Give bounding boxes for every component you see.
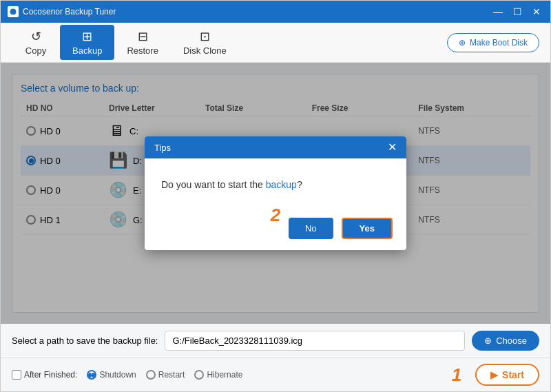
app-icon — [8, 6, 19, 17]
disk-clone-label: Disk Clone — [183, 45, 227, 56]
tips-dialog: Tips ✕ Do you want to start the backup? … — [145, 136, 406, 250]
path-row: Select a path to save the backup file: ⊕… — [1, 324, 550, 358]
disk-clone-nav-item[interactable]: ⊡ Disk Clone — [171, 25, 239, 60]
start-button[interactable]: ▶ Start — [475, 364, 539, 386]
window-title: Cocosenor Backup Tuner — [23, 7, 491, 17]
hibernate-label: Hibernate — [207, 370, 242, 380]
backup-nav-item[interactable]: ⊞ Backup — [60, 25, 114, 60]
main-window: Cocosenor Backup Tuner — ☐ ✕ ↺ Copy ⊞ Ba… — [0, 0, 551, 392]
path-input[interactable] — [165, 331, 465, 351]
restart-option[interactable]: Restart — [146, 370, 185, 380]
make-boot-disk-button[interactable]: ⊕ Make Boot Disk — [447, 33, 539, 52]
restore-icon: ⊟ — [138, 29, 148, 44]
copy-label: Copy — [25, 45, 46, 56]
restart-radio[interactable] — [146, 370, 156, 380]
dialog-blue-word: backup — [266, 179, 297, 190]
dialog-close-button[interactable]: ✕ — [388, 142, 397, 153]
title-bar: Cocosenor Backup Tuner — ☐ ✕ — [1, 1, 550, 23]
copy-nav-item[interactable]: ↺ Copy — [12, 25, 60, 60]
choose-button[interactable]: ⊕ Choose — [472, 331, 539, 351]
disk-clone-icon: ⊡ — [200, 29, 210, 44]
dialog-buttons: 2 No Yes — [145, 209, 406, 250]
copy-icon: ↺ — [31, 29, 41, 44]
dialog-title: Tips — [154, 143, 171, 153]
dialog-body: Do you want to start the backup? — [145, 158, 406, 209]
make-boot-disk-label: Make Boot Disk — [470, 38, 528, 48]
maximize-button[interactable]: ☐ — [510, 5, 524, 19]
shutdown-option[interactable]: Shutdown — [87, 370, 136, 380]
hibernate-radio[interactable] — [194, 370, 204, 380]
play-icon: ▶ — [490, 369, 498, 380]
restart-label: Restart — [158, 370, 185, 380]
choose-plus-icon: ⊕ — [484, 336, 492, 346]
no-button[interactable]: No — [289, 218, 333, 239]
minimize-button[interactable]: — — [491, 5, 505, 19]
toolbar: ↺ Copy ⊞ Backup ⊟ Restore ⊡ Disk Clone ⊕… — [1, 23, 550, 63]
checkbox-icon[interactable] — [12, 370, 21, 380]
dialog-question: Do you want to start the backup? — [161, 179, 390, 190]
close-button[interactable]: ✕ — [530, 5, 543, 19]
hibernate-option[interactable]: Hibernate — [194, 370, 242, 380]
number-1-badge: 1 — [452, 364, 461, 386]
number-2-badge: 2 — [271, 204, 280, 225]
choose-label: Choose — [496, 336, 527, 346]
make-boot-disk-icon: ⊕ — [459, 38, 466, 48]
footer: After Finished: Shutdown Restart Hiberna… — [1, 358, 550, 391]
main-content: Select a volume to back up: HD NO Drive … — [1, 63, 550, 324]
shutdown-label: Shutdown — [99, 370, 136, 380]
window-controls: — ☐ ✕ — [491, 5, 543, 19]
svg-point-0 — [10, 8, 17, 15]
shutdown-radio[interactable] — [87, 370, 96, 380]
path-label: Select a path to save the backup file: — [12, 336, 158, 346]
after-finished-label: After Finished: — [24, 370, 77, 380]
after-finished-checkbox[interactable]: After Finished: — [12, 370, 77, 380]
yes-button[interactable]: Yes — [342, 218, 393, 239]
restore-nav-item[interactable]: ⊟ Restore — [114, 25, 171, 60]
backup-label: Backup — [72, 45, 102, 56]
restore-label: Restore — [127, 45, 158, 56]
dialog-overlay: Tips ✕ Do you want to start the backup? … — [1, 63, 550, 324]
backup-icon: ⊞ — [82, 29, 92, 44]
dialog-title-bar: Tips ✕ — [145, 136, 406, 158]
start-label: Start — [502, 369, 524, 380]
